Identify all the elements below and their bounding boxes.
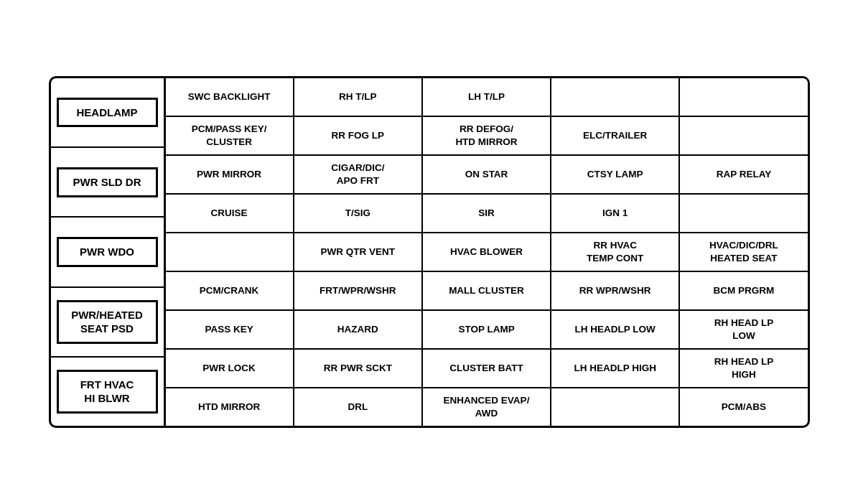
grid-row-row7: PASS KEYHAZARDSTOP LAMPLH HEADLP LOWRH H…: [166, 311, 808, 350]
grid-cell-r8c1: PWR LOCK: [166, 350, 294, 387]
left-label-frt-hvac: FRT HVACHI BLWR: [51, 358, 164, 426]
left-label-inner-headlamp: HEADLAMP: [57, 98, 158, 128]
grid-cell-r3c2: CIGAR/DIC/APO FRT: [294, 156, 423, 193]
left-label-inner-pwr-heated-seat: PWR/HEATEDSEAT PSD: [57, 300, 158, 344]
grid-cell-r7c1: PASS KEY: [166, 311, 294, 348]
diagram-container: HEADLAMPPWR SLD DRPWR WDOPWR/HEATEDSEAT …: [34, 62, 824, 442]
grid-cell-r4c3: SIR: [423, 195, 551, 232]
grid-cell-r5c4: RR HVACTEMP CONT: [551, 233, 680, 271]
left-column: HEADLAMPPWR SLD DRPWR WDOPWR/HEATEDSEAT …: [51, 78, 166, 426]
grid-cell-r7c5: RH HEAD LPLOW: [680, 311, 807, 348]
grid-row-row8: PWR LOCKRR PWR SCKTCLUSTER BATTLH HEADLP…: [166, 350, 808, 388]
grid-cell-r8c4: LH HEADLP HIGH: [551, 350, 680, 387]
grid-cell-r7c4: LH HEADLP LOW: [551, 311, 680, 348]
grid-row-row5: PWR QTR VENTHVAC BLOWERRR HVACTEMP CONTH…: [166, 233, 808, 272]
grid-cell-r8c3: CLUSTER BATT: [423, 350, 551, 387]
grid-cell-r2c1: PCM/PASS KEY/CLUSTER: [166, 117, 294, 154]
grid-cell-r6c4: RR WPR/WSHR: [551, 272, 680, 309]
grid-cell-r7c3: STOP LAMP: [423, 311, 551, 348]
grid-cell-r4c4: IGN 1: [551, 195, 680, 232]
grid-cell-r4c5: [680, 195, 807, 232]
grid-cell-r4c2: T/SIG: [294, 195, 423, 232]
left-label-inner-pwr-wdo: PWR WDO: [57, 237, 158, 267]
left-label-pwr-sld-dr: PWR SLD DR: [51, 148, 164, 218]
grid-cell-r1c5: [680, 78, 807, 116]
grid-cell-r9c5: PCM/ABS: [680, 388, 807, 426]
grid-cell-r1c4: [551, 78, 680, 116]
grid-row-row2: PCM/PASS KEY/CLUSTERRR FOG LPRR DEFOG/HT…: [166, 117, 808, 156]
grid-row-row1: SWC BACKLIGHTRH T/LPLH T/LP: [166, 78, 808, 117]
left-label-pwr-heated-seat: PWR/HEATEDSEAT PSD: [51, 288, 164, 358]
left-label-inner-frt-hvac: FRT HVACHI BLWR: [57, 370, 158, 414]
grid-cell-r3c1: PWR MIRROR: [166, 156, 294, 193]
grid-cell-r4c1: CRUISE: [166, 195, 294, 232]
grid-cell-r8c2: RR PWR SCKT: [294, 350, 423, 387]
grid-row-row4: CRUISET/SIGSIRIGN 1: [166, 195, 808, 233]
grid-cell-r7c2: HAZARD: [294, 311, 423, 348]
grid-cell-r6c5: BCM PRGRM: [680, 272, 807, 309]
left-label-pwr-wdo: PWR WDO: [51, 218, 164, 287]
grid-row-row6: PCM/CRANKFRT/WPR/WSHRMALL CLUSTERRR WPR/…: [166, 272, 808, 311]
grid-cell-r2c2: RR FOG LP: [294, 117, 423, 154]
right-section: SWC BACKLIGHTRH T/LPLH T/LPPCM/PASS KEY/…: [166, 78, 808, 426]
grid-cell-r8c5: RH HEAD LPHIGH: [680, 350, 807, 387]
grid-cell-r9c1: HTD MIRROR: [166, 388, 294, 426]
grid-cell-r1c2: RH T/LP: [294, 78, 423, 116]
grid-cell-r1c1: SWC BACKLIGHT: [166, 78, 294, 116]
grid-cell-r5c5: HVAC/DIC/DRLHEATED SEAT: [680, 233, 807, 271]
grid-cell-r5c3: HVAC BLOWER: [423, 233, 551, 271]
grid-cell-r5c2: PWR QTR VENT: [294, 233, 423, 271]
grid-cell-r6c1: PCM/CRANK: [166, 272, 294, 309]
grid-cell-r1c3: LH T/LP: [423, 78, 551, 116]
left-label-headlamp: HEADLAMP: [51, 78, 164, 148]
grid-cell-r9c4: [551, 388, 680, 426]
grid-cell-r2c4: ELC/TRAILER: [551, 117, 680, 154]
grid-cell-r2c5: [680, 117, 807, 154]
grid-row-row3: PWR MIRRORCIGAR/DIC/APO FRTON STARCTSY L…: [166, 156, 808, 195]
grid-cell-r2c3: RR DEFOG/HTD MIRROR: [423, 117, 551, 154]
grid-cell-r3c5: RAP RELAY: [680, 156, 807, 193]
grid-cell-r3c3: ON STAR: [423, 156, 551, 193]
grid-cell-r9c3: ENHANCED EVAP/AWD: [423, 388, 551, 426]
grid-cell-r5c1: [166, 233, 294, 271]
grid-cell-r9c2: DRL: [294, 388, 423, 426]
fuse-table: HEADLAMPPWR SLD DRPWR WDOPWR/HEATEDSEAT …: [49, 76, 810, 428]
grid-cell-r6c3: MALL CLUSTER: [423, 272, 551, 309]
grid-cell-r3c4: CTSY LAMP: [551, 156, 680, 193]
grid-cell-r6c2: FRT/WPR/WSHR: [294, 272, 423, 309]
left-label-inner-pwr-sld-dr: PWR SLD DR: [57, 167, 158, 197]
grid-row-row9: HTD MIRRORDRLENHANCED EVAP/AWDPCM/ABS: [166, 388, 808, 426]
